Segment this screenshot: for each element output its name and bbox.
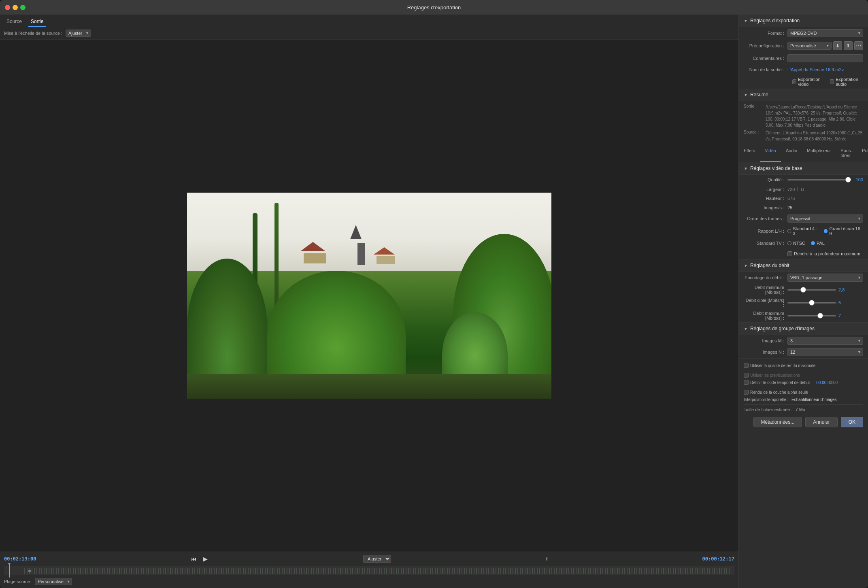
scene-overlay [187,193,551,399]
maximize-button[interactable] [20,5,26,10]
code-temporel-item: Définir le code temporel de début [744,380,810,385]
images-s-value: 25 [787,205,792,210]
video-base-header[interactable]: ▼ Réglages vidéo de base [739,162,868,175]
profondeur-label[interactable]: Rendre à la profondeur maximum [787,251,860,256]
rapport-lh-radios: Standard 4 : 3 Grand écran 16 : 9 [787,226,863,236]
save-preset-button[interactable]: ⬇ [833,41,842,50]
images-n-select[interactable]: 12 [787,348,863,356]
preconfiguration-select[interactable]: Personnalisé [787,42,832,50]
pal-label[interactable]: PAL [811,241,825,246]
window-title: Réglages d'exportation [407,4,461,11]
footer-checkboxes-1: Utiliser la qualité de rendu maximale Ut… [744,362,863,379]
profondeur-row: Rendre à la profondeur maximum [739,248,868,259]
debit-max-row: Débit maximum [Mbits/s] : 7 [739,309,868,322]
format-select-wrapper: MPEG2-DVD ▼ [787,29,863,37]
zoom-select[interactable]: Ajuster [363,555,391,563]
export-settings-header[interactable]: ▼ Réglages d'exportation [739,15,868,27]
resume-triangle: ▼ [744,93,748,97]
tab-effets[interactable]: Effets [739,145,760,162]
main-window: Réglages d'exportation Source Sortie Mis… [0,0,868,588]
scale-select[interactable]: Ajuster [66,30,91,37]
format-row: Format : MPEG2-DVD ▼ [739,27,868,39]
export-video-label[interactable]: Exportation vidéo [792,77,825,87]
encodage-select[interactable]: VBR, 1 passage [787,274,863,282]
debit-cible-slider[interactable] [787,302,836,304]
summary-section: Sortie : /Users/JaumeLaRocca/Desktop/L'A… [739,101,868,145]
debit-cible-slider-container: 5 [787,300,863,305]
interp-value: Échantillonneur d'images [791,397,836,402]
largeur-value: 720 [787,187,795,192]
largeur-label: Largeur : [744,187,784,192]
alpha-checkbox[interactable] [744,390,749,395]
export-audio-checkbox[interactable] [830,79,834,84]
minimize-button[interactable] [13,5,18,10]
tab-source[interactable]: Source [4,17,24,27]
export-preset-button[interactable]: ⬆ [844,41,853,50]
debit-min-slider[interactable] [787,289,836,291]
close-button[interactable] [5,5,10,10]
previsualisation-item: Utiliser les prévisualisations [744,373,800,378]
debit-header[interactable]: ▼ Réglages du débit [739,259,868,272]
source-range-select[interactable]: Personnalisé [35,578,72,585]
metadata-button[interactable]: Métadonnées... [753,417,802,427]
standard-43-label[interactable]: Standard 4 : 3 [787,226,818,236]
export-icon[interactable]: ⬆ [545,556,549,562]
debit-cible-value: 5 [838,300,841,305]
tab-audio[interactable]: Audio [781,145,802,162]
hauteur-value: 576 [787,196,795,201]
ok-button[interactable]: OK [841,417,863,427]
skip-back-button[interactable]: ⏮ [190,555,198,563]
debit-min-value: 2,8 [838,287,845,292]
format-select[interactable]: MPEG2-DVD [787,29,863,37]
tab-publier[interactable]: Publier [857,145,868,162]
preconfiguration-select-wrapper: Personnalisé ▼ [787,42,832,50]
grand-ecran-radio[interactable] [824,229,828,233]
images-m-row: Images M : 3 ▼ [739,335,868,346]
link-toggle[interactable]: ⊔ [801,187,804,192]
play-button[interactable]: ▶ [201,555,209,563]
qualite-slider[interactable] [787,179,851,180]
export-audio-label[interactable]: Exportation audio [830,77,863,87]
resume-header[interactable]: ▼ Résumé [739,89,868,101]
pal-radio[interactable] [811,241,815,245]
images-m-select[interactable]: 3 [787,337,863,345]
sortie-summary-value: /Users/JaumeLaRocca/Desktop/L'Appel du S… [766,104,863,128]
tab-video[interactable]: Vidéo [760,145,781,162]
cancel-button[interactable]: Annuler [805,417,837,427]
output-name-label: Nom de la sortie : [744,67,784,72]
largeur-row: Largeur : 720 ⌇ ⊔ [739,185,868,194]
images-m-label: Images M : [744,338,784,343]
sortie-summary-label: Sortie : [744,104,764,128]
ntsc-label[interactable]: NTSC [787,241,805,246]
ntsc-radio[interactable] [787,241,791,245]
images-m-select-wrapper: 3 ▼ [787,337,863,345]
file-size-value: 7 Mo [796,407,805,412]
export-video-checkbox[interactable] [792,79,796,84]
debit-max-slider[interactable] [787,315,836,316]
output-name-value[interactable]: L'Appel du Silence 16:9.m2v [787,67,844,72]
encodage-row: Encodage du débit : VBR, 1 passage ▼ [739,272,868,283]
tab-multiplexeur[interactable]: Multiplexeur [802,145,836,162]
standard-tv-radios: NTSC PAL [787,241,825,246]
window-controls [5,5,26,10]
code-temporel-checkbox[interactable] [744,380,749,385]
grand-ecran-label[interactable]: Grand écran 16 : 9 [824,226,863,236]
gop-header[interactable]: ▼ Réglages de groupe d'images [739,323,868,335]
delete-preset-button[interactable]: ⋯ [854,41,863,50]
profondeur-checkbox[interactable] [787,251,792,256]
video-image [187,193,551,399]
debit-cible-label: Débit cible [Mbits/s] : [744,298,784,308]
standard-43-text: Standard 4 : 3 [793,226,818,236]
timeline-bar[interactable] [4,566,734,575]
tab-sous-titres[interactable]: Sous-titres [836,145,857,162]
profondeur-text: Rendre à la profondeur maximum [794,251,860,256]
commentaires-input[interactable] [787,54,863,62]
debit-min-slider-container: 2,8 [787,287,863,292]
tab-sortie[interactable]: Sortie [28,17,46,27]
standard-43-radio[interactable] [787,229,791,233]
qualite-max-checkbox[interactable] [744,363,749,368]
previsualisation-checkbox[interactable] [744,373,749,378]
right-panel: ▼ Réglages d'exportation Format : MPEG2-… [738,15,868,588]
ordre-trames-select-wrapper: Progressif ▼ [787,214,863,223]
ordre-trames-select[interactable]: Progressif [787,214,863,223]
